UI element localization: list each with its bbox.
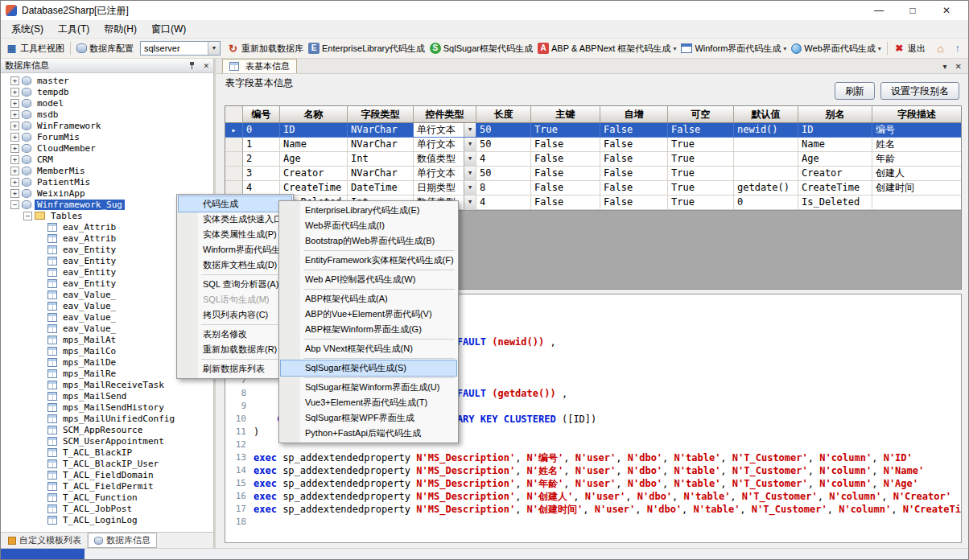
grid-cell[interactable]: ID [280, 123, 348, 138]
tree-node[interactable]: +msdb [1, 109, 213, 120]
tree-node[interactable]: T_ACL_BlackIP_User [1, 458, 213, 469]
expand-toggle-icon[interactable]: − [23, 212, 32, 220]
grid-cell[interactable] [734, 167, 798, 181]
submenu-item[interactable]: Python+FastApi后端代码生成 [281, 426, 456, 441]
submenu-item[interactable]: ABP框架Winform界面生成(G) [281, 322, 456, 337]
grid-cell[interactable]: 50 [476, 138, 531, 152]
grid-cell[interactable]: 0 [243, 123, 280, 138]
grid-cell[interactable]: Creator [798, 167, 872, 181]
submenu-item[interactable]: EntityFramework实体框架代码生成(F) [281, 253, 456, 268]
pin-icon[interactable] [188, 61, 197, 70]
column-header[interactable]: 默认值 [734, 106, 798, 123]
context-menu-item[interactable]: 实体类属性生成(P) [179, 227, 291, 242]
winform-button[interactable]: Winform界面代码生成▾ [679, 41, 788, 56]
tree-node[interactable]: +WinFramework [1, 120, 213, 131]
tree-node[interactable]: T_ACL_JobPost [1, 503, 213, 514]
refresh-button[interactable]: 刷新 [835, 82, 875, 100]
grid-cell[interactable]: 8 [476, 181, 531, 196]
tree-node[interactable]: mps_MailReceiveTask [1, 379, 213, 390]
maximize-button[interactable]: □ [896, 1, 930, 20]
context-menu-item[interactable]: 表别名修改 [179, 327, 291, 342]
grid-cell[interactable]: True [668, 138, 734, 152]
menubar-item[interactable]: 系统(S) [4, 20, 51, 38]
tree-node[interactable]: mps_MailSend [1, 390, 213, 401]
context-menu-item[interactable]: SQL 查询分析器(A) [179, 277, 291, 292]
column-header[interactable]: 控件类型 [414, 106, 476, 123]
grid-row[interactable]: 3CreatorNVarChar单行文本▼50FalseFalseTrueCre… [225, 167, 961, 181]
panel-tab[interactable]: 自定义模板列表 [2, 533, 88, 548]
expand-toggle-icon[interactable]: + [10, 167, 19, 175]
expand-toggle-icon[interactable]: + [10, 88, 19, 97]
expand-toggle-icon[interactable]: + [10, 110, 19, 119]
grid-cell[interactable]: 创建时间 [872, 181, 962, 196]
tree-node[interactable]: T_ACL_FieldDomain [1, 469, 213, 480]
tree-node[interactable]: +MemberMis [1, 165, 213, 176]
grid-cell[interactable]: 姓名 [872, 138, 962, 152]
tree-node[interactable]: SCM_AppResource [1, 424, 213, 435]
grid-cell[interactable]: Creator [280, 167, 348, 181]
column-header[interactable]: 别名 [798, 106, 872, 123]
grid-cell[interactable]: 创建人 [872, 167, 962, 181]
grid-row[interactable]: 2AgeInt数值类型▼4FalseFalseTrueAge年龄 [225, 152, 961, 167]
grid-cell[interactable]: 编号 [872, 123, 962, 138]
column-header[interactable]: 编号 [243, 106, 280, 123]
combo-dropdown-icon[interactable]: ▼ [208, 42, 220, 55]
tree-node[interactable]: +CloudMember [1, 142, 213, 154]
grid-cell[interactable]: Age [280, 152, 348, 167]
home-button[interactable]: ⌂ [933, 41, 948, 56]
tree-node[interactable]: mps_MailSendHistory [1, 401, 213, 413]
up-button[interactable]: ↑ [950, 41, 965, 56]
grid-cell[interactable]: 年龄 [872, 152, 962, 167]
context-menu-item[interactable]: 实体类生成快速入口▸ [179, 212, 291, 227]
context-menu-item[interactable]: 重新加载数据库(R) [179, 342, 291, 357]
grid-cell[interactable]: NVarChar [348, 138, 414, 152]
grid-cell[interactable]: 0 [734, 196, 798, 210]
tree-node[interactable]: T_ACL_BlackIP [1, 447, 213, 458]
tree-node[interactable]: T_ACL_FieldPermit [1, 480, 213, 492]
abp-button[interactable]: AABP & ABPNext 框架代码生成▾ [536, 41, 678, 56]
expand-toggle-icon[interactable]: + [10, 144, 19, 153]
submenu-item[interactable]: ABP的Vue+Element界面代码(V) [281, 307, 456, 322]
reload-button[interactable]: ↻重新加载数据库 [225, 41, 305, 56]
menubar-item[interactable]: 窗口(W) [144, 20, 193, 38]
grid-cell[interactable]: False [600, 138, 668, 152]
context-menu-item[interactable]: 刷新数据库列表 [179, 361, 291, 377]
grid-cell[interactable]: getdate() [734, 181, 798, 196]
grid-cell[interactable]: False [531, 167, 600, 181]
grid-cell[interactable]: False [600, 152, 668, 167]
submenu-item[interactable]: SqlSugar框架代码生成(S) [281, 360, 456, 376]
dropdown-arrow-icon[interactable]: ▼ [464, 196, 476, 209]
grid-cell[interactable]: 50 [476, 167, 531, 181]
tab-list-dropdown-icon[interactable]: ▾ [943, 62, 947, 71]
tree-node[interactable]: mps_MailUnifiedConfig [1, 413, 213, 424]
grid-cell[interactable]: False [600, 196, 668, 210]
grid-cell[interactable]: Name [798, 138, 872, 152]
submenu-item[interactable]: EnterpriseLibrary代码生成(E) [281, 203, 456, 218]
tree-node[interactable]: +ForumMis [1, 131, 213, 142]
grid-cell[interactable]: 1 [243, 138, 280, 152]
grid-cell[interactable]: False [600, 167, 668, 181]
grid-cell[interactable]: Age [798, 152, 872, 167]
grid-row[interactable]: ▸0IDNVarChar单行文本▼50TrueFalseFalsenewid()… [225, 123, 961, 138]
tree-node[interactable]: +PatientMis [1, 176, 213, 187]
grid-cell[interactable]: False [531, 152, 600, 167]
tree-node[interactable]: SCM_UserAppointment [1, 435, 213, 447]
dropdown-arrow-icon[interactable]: ▼ [464, 167, 476, 180]
grid-cell[interactable]: Int [348, 152, 414, 167]
grid-cell[interactable]: True [668, 167, 734, 181]
tree-node[interactable]: +master [1, 75, 213, 86]
grid-cell[interactable] [734, 152, 798, 167]
minimize-button[interactable]: — [862, 1, 896, 20]
database-type-combo[interactable]: sqlserver▼ [140, 41, 221, 56]
grid-cell[interactable]: NVarChar [348, 123, 414, 138]
database-button[interactable]: 数据库配置 [75, 41, 135, 56]
tab-table-basic-info[interactable]: 表基本信息 [222, 59, 297, 73]
tree-node[interactable]: +tempdb [1, 86, 213, 97]
expand-toggle-icon[interactable]: + [10, 178, 19, 187]
column-header[interactable]: 主键 [531, 106, 600, 123]
context-menu-item[interactable]: 数据库文档生成(D) [179, 257, 291, 273]
submenu-item[interactable]: SqlSugar框架WPF界面生成 [281, 410, 456, 426]
submenu-item[interactable]: Web API控制器代码生成(W) [281, 272, 456, 287]
menubar-item[interactable]: 帮助(H) [97, 20, 144, 38]
tree-node[interactable]: T_ACL_LoginLog [1, 514, 213, 525]
